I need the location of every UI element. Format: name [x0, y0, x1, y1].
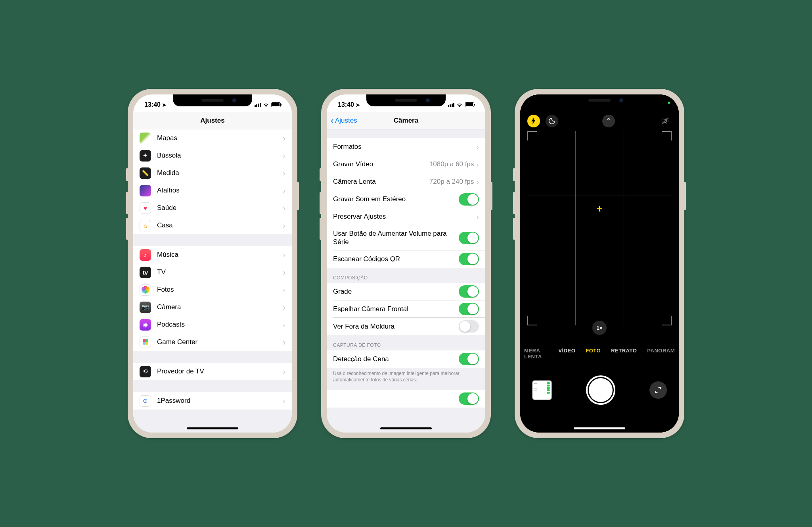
- wifi-icon: [456, 102, 463, 107]
- row-label: Mapas: [157, 134, 283, 142]
- settings-row-tv-provider[interactable]: ⟲ Provedor de TV ›: [133, 363, 292, 380]
- settings-row-shortcuts[interactable]: Atalhos ›: [133, 182, 292, 199]
- flip-camera-button[interactable]: [649, 381, 667, 399]
- row-label: Música: [157, 251, 283, 259]
- row-label: Casa: [157, 221, 283, 229]
- row-label: Formatos: [333, 143, 476, 151]
- settings-row-measure[interactable]: 📏 Medida ›: [133, 164, 292, 182]
- chevron-right-icon: ›: [476, 142, 479, 152]
- camera-top-controls: ⌃: [520, 110, 679, 132]
- camera-mode-selector[interactable]: MERA LENTA VÍDEO FOTO RETRATO PANORAM: [520, 348, 679, 360]
- last-photo-thumbnail[interactable]: —— —— —— —— ——: [532, 380, 552, 400]
- zoom-label: 1×: [597, 325, 603, 331]
- location-icon: ➤: [356, 102, 360, 108]
- toggle-mirror-front[interactable]: [459, 303, 479, 315]
- zoom-level-button[interactable]: 1×: [592, 321, 607, 335]
- settings-row-1password[interactable]: ⊙ 1Password ›: [133, 392, 292, 410]
- toggle-volume-burst[interactable]: [459, 232, 479, 244]
- toggle-stereo-sound[interactable]: [459, 193, 479, 206]
- row-formats[interactable]: Formatos ›: [327, 138, 485, 156]
- mode-photo[interactable]: FOTO: [586, 348, 601, 360]
- settings-row-photos[interactable]: Fotos ›: [133, 281, 292, 298]
- settings-row-tv[interactable]: tv TV ›: [133, 264, 292, 281]
- night-mode-button[interactable]: [546, 115, 558, 127]
- row-label: Saúde: [157, 204, 283, 212]
- row-scene-detection: Detecção de Cena: [327, 350, 485, 368]
- settings-row-music[interactable]: ♪ Música ›: [133, 246, 292, 264]
- mode-slow-motion[interactable]: MERA LENTA: [524, 348, 548, 360]
- mode-video[interactable]: VÍDEO: [558, 348, 575, 360]
- notch: [366, 94, 446, 106]
- home-indicator[interactable]: [187, 427, 238, 429]
- flip-camera-icon: [654, 386, 663, 394]
- svg-line-2: [663, 118, 668, 124]
- settings-row-compass[interactable]: ✦ Bússola ›: [133, 147, 292, 164]
- row-partial-hidden: [327, 390, 485, 408]
- row-label: TV: [157, 268, 283, 276]
- cellular-signal-icon: [448, 103, 455, 107]
- chevron-right-icon: ›: [283, 204, 285, 213]
- toggle-outside-frame[interactable]: [459, 320, 479, 333]
- phone-camera-app: ⌃ +: [515, 89, 684, 438]
- viewfinder-corner: [662, 131, 672, 140]
- camera-controls-expand-button[interactable]: ⌃: [602, 115, 615, 127]
- row-slow-motion[interactable]: Câmera Lenta 720p a 240 fps ›: [327, 173, 485, 190]
- home-indicator[interactable]: [574, 427, 625, 429]
- camera-viewfinder[interactable]: +: [527, 131, 672, 325]
- notch: [560, 94, 639, 106]
- row-label: 1Password: [157, 397, 283, 405]
- row-label: Detecção de Cena: [333, 355, 459, 363]
- mode-portrait[interactable]: RETRATO: [611, 348, 637, 360]
- toggle-partial[interactable]: [459, 392, 479, 405]
- shortcuts-icon: [140, 185, 151, 196]
- row-label: Fotos: [157, 286, 283, 294]
- status-time: 13:40: [338, 101, 354, 108]
- settings-row-camera[interactable]: 📷 Câmera ›: [133, 298, 292, 316]
- grid-line: [527, 261, 672, 261]
- home-indicator[interactable]: [380, 427, 432, 429]
- row-scan-qr: Escanear Códigos QR: [327, 250, 485, 268]
- back-button[interactable]: ‹ Ajustes: [331, 116, 357, 125]
- flash-icon: [531, 117, 536, 125]
- settings-row-podcasts[interactable]: ◉ Podcasts ›: [133, 316, 292, 333]
- toggle-scene-detection[interactable]: [459, 353, 479, 365]
- row-record-video[interactable]: Gravar Vídeo 1080p a 60 fps ›: [327, 156, 485, 173]
- camera-bottom-controls: —— —— —— —— ——: [520, 373, 679, 407]
- section-header-capture: CAPTURA DE FOTO: [327, 335, 485, 350]
- measure-icon: 📏: [140, 167, 151, 179]
- chevron-right-icon: ›: [283, 151, 285, 160]
- chevron-right-icon: ›: [283, 285, 285, 294]
- settings-row-maps[interactable]: Mapas ›: [133, 129, 292, 147]
- grid-line: [527, 196, 672, 196]
- toggle-scan-qr[interactable]: [459, 253, 479, 265]
- camera-active-indicator-icon: [668, 102, 670, 104]
- settings-list[interactable]: Mapas › ✦ Bússola › 📏 Medida › Atalhos ›: [133, 129, 292, 433]
- chevron-right-icon: ›: [283, 186, 285, 195]
- phone-settings: 13:40 ➤ Ajustes Mapas › ✦: [128, 89, 297, 438]
- settings-row-health[interactable]: ♥ Saúde ›: [133, 199, 292, 217]
- camera-settings-list[interactable]: Formatos › Gravar Vídeo 1080p a 60 fps ›…: [327, 129, 485, 433]
- compass-icon: ✦: [140, 150, 151, 162]
- focus-crosshair-icon: +: [596, 202, 603, 215]
- row-label: Câmera Lenta: [333, 178, 429, 186]
- row-preserve-settings[interactable]: Preservar Ajustes ›: [327, 208, 485, 225]
- live-photo-button[interactable]: [659, 115, 672, 127]
- location-icon: ➤: [162, 102, 167, 108]
- settings-row-gamecenter[interactable]: Game Center ›: [133, 333, 292, 351]
- row-label: Atalhos: [157, 187, 283, 194]
- grid-line: [575, 131, 576, 325]
- row-stereo-sound: Gravar Som em Estéreo: [327, 190, 485, 208]
- maps-icon: [140, 133, 151, 144]
- section-header-composition: COMPOSIÇÃO: [327, 268, 485, 283]
- podcasts-icon: ◉: [140, 319, 151, 331]
- section-footer-capture: Usa o reconhecimento de imagem inteligen…: [327, 368, 485, 388]
- flash-button[interactable]: [527, 115, 540, 127]
- mode-panorama[interactable]: PANORAM: [647, 348, 675, 360]
- settings-row-home[interactable]: ⌂ Casa ›: [133, 217, 292, 234]
- toggle-grid[interactable]: [459, 285, 479, 298]
- chevron-right-icon: ›: [283, 169, 285, 178]
- shutter-button[interactable]: [586, 375, 615, 405]
- chevron-right-icon: ›: [283, 338, 285, 347]
- row-mirror-front: Espelhar Câmera Frontal: [327, 300, 485, 318]
- row-label: Espelhar Câmera Frontal: [333, 305, 459, 313]
